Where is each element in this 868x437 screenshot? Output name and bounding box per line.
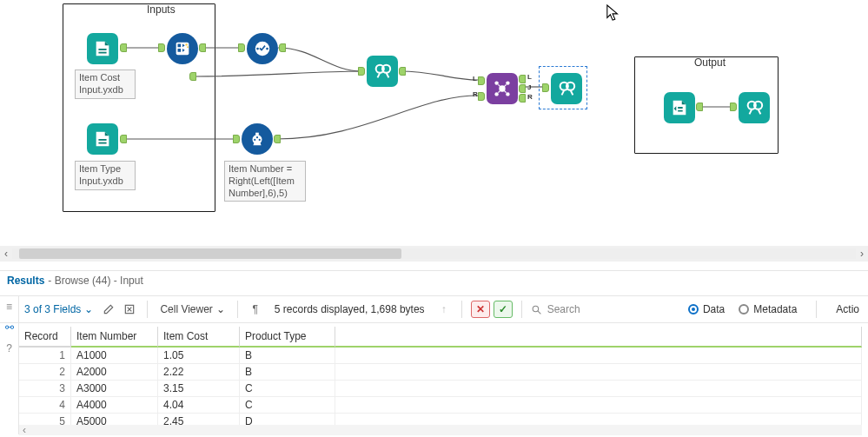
separator — [521, 301, 522, 318]
separator — [816, 301, 817, 318]
edit-icon[interactable] — [100, 301, 117, 318]
scroll-thumb[interactable] — [19, 248, 401, 259]
col-product-type[interactable]: Product Type — [240, 327, 335, 348]
actions-menu[interactable]: Actio — [836, 303, 859, 315]
anchor-in-r[interactable] — [478, 92, 485, 101]
input-data-tool-1[interactable] — [87, 33, 118, 64]
cell-spacer — [335, 381, 862, 397]
cell-item-cost: 4.04 — [158, 397, 240, 414]
anchor-out[interactable] — [120, 43, 127, 52]
results-grid[interactable]: Record Item Number Item Cost Product Typ… — [19, 327, 862, 430]
input-data-tool-2[interactable] — [87, 123, 118, 155]
view-metadata-radio[interactable]: Metadata — [739, 303, 797, 315]
grid-h-scrollbar[interactable]: ‹ — [19, 425, 862, 435]
svg-line-26 — [504, 90, 507, 93]
canvas-h-scrollbar[interactable]: ‹ › — [0, 246, 868, 262]
scroll-track[interactable] — [12, 248, 856, 259]
anchor-out[interactable] — [279, 43, 286, 52]
svg-rect-0 — [98, 49, 106, 50]
cell-viewer-label: Cell Viewer — [160, 303, 212, 315]
search-input[interactable]: Search — [531, 303, 670, 315]
svg-line-34 — [759, 109, 761, 114]
anchor-in[interactable] — [233, 135, 240, 143]
col-record[interactable]: Record — [19, 327, 71, 348]
table-row[interactable]: 2A20002.22B — [19, 364, 862, 381]
anchor-out[interactable] — [696, 103, 703, 111]
svg-line-24 — [504, 84, 507, 87]
cell-item-number: A1000 — [71, 348, 158, 364]
cell-record: 4 — [19, 397, 71, 414]
status-text: 5 records displayed, 1,698 bytes — [268, 303, 432, 315]
formula-tool[interactable] — [242, 123, 273, 155]
svg-point-15 — [254, 139, 255, 141]
table-row[interactable]: 4A40004.04C — [19, 397, 862, 414]
browse-icon — [373, 62, 392, 81]
browse-tool-1[interactable] — [367, 56, 398, 87]
cell-spacer — [335, 397, 862, 414]
output-data-tool[interactable] — [664, 92, 695, 123]
col-item-cost[interactable]: Item Cost — [158, 327, 240, 348]
svg-point-20 — [506, 81, 509, 84]
svg-point-16 — [259, 139, 261, 141]
anchor-in[interactable] — [158, 43, 165, 52]
anchor-out[interactable] — [399, 67, 406, 76]
anchor-in[interactable] — [730, 103, 737, 111]
reject-button[interactable]: ✕ — [471, 301, 490, 318]
anchor-out[interactable] — [120, 135, 127, 143]
select-tool[interactable] — [247, 33, 278, 64]
cell-item-cost: 1.05 — [158, 348, 240, 364]
anchor-in[interactable] — [542, 83, 549, 92]
goto-first-icon[interactable]: ↑ — [435, 301, 453, 318]
compare-icon[interactable]: ⚯ — [5, 321, 14, 334]
anchor-in-l[interactable] — [478, 76, 485, 85]
view-data-radio[interactable]: Data — [688, 303, 725, 315]
input-icon — [93, 39, 112, 58]
formula-label: Item Number = Right(Left([Item Number],6… — [224, 161, 306, 202]
cell-product-type: B — [240, 348, 335, 364]
search-icon — [531, 304, 542, 315]
scroll-left-icon[interactable]: ‹ — [19, 424, 30, 436]
join-tool[interactable] — [487, 73, 518, 104]
accept-button[interactable]: ✓ — [494, 301, 513, 318]
svg-line-11 — [387, 73, 389, 78]
help-icon[interactable]: ? — [6, 342, 12, 354]
col-item-number[interactable]: Item Number — [71, 327, 158, 348]
cell-viewer-dropdown[interactable]: Cell Viewer ⌄ — [156, 301, 228, 317]
cell-product-type: C — [240, 381, 335, 397]
table-row[interactable]: 3A30003.15C — [19, 381, 862, 397]
metadata-label: Metadata — [753, 303, 797, 315]
scroll-right-icon[interactable]: › — [856, 248, 868, 260]
input2-label: Item Type Input.yxdb — [75, 161, 136, 190]
data-label: Data — [703, 303, 725, 315]
join-anchor-r: R — [473, 90, 478, 98]
separator — [147, 301, 148, 318]
cell-item-cost: 3.15 — [158, 381, 240, 397]
paragraph-icon[interactable]: ¶ — [247, 301, 264, 318]
anchor-out[interactable] — [199, 43, 206, 52]
anchor-in[interactable] — [238, 43, 245, 52]
join-icon — [493, 79, 512, 98]
browse-tool-selected[interactable] — [551, 73, 582, 104]
join-anchor-out-r: R — [527, 93, 533, 101]
scroll-left-icon[interactable]: ‹ — [0, 248, 12, 260]
clear-icon[interactable] — [121, 301, 138, 318]
input1-label: Item Cost Input.yxdb — [75, 70, 136, 99]
workflow-canvas[interactable]: Inputs Output Item Cost Input.yxdb — [0, 0, 868, 243]
output-icon — [670, 98, 689, 117]
join-anchor-out-j: J — [527, 83, 531, 91]
container-anchor-out[interactable] — [189, 72, 196, 81]
autofield-tool[interactable] — [167, 33, 198, 64]
anchor-out-r[interactable] — [519, 94, 526, 103]
table-row[interactable]: 1A10001.05B — [19, 348, 862, 364]
chevron-down-icon: ⌄ — [216, 303, 225, 315]
col-spacer — [335, 327, 862, 348]
fields-dropdown[interactable]: 3 of 3 Fields ⌄ — [21, 301, 96, 317]
anchor-out-l[interactable] — [519, 75, 526, 83]
cell-item-cost: 2.22 — [158, 364, 240, 381]
browse-tool-output[interactable] — [739, 92, 770, 123]
anchor-out[interactable] — [274, 135, 281, 143]
svg-point-21 — [494, 92, 498, 96]
anchor-in[interactable] — [358, 67, 365, 76]
anchor-out-j[interactable] — [519, 84, 526, 93]
browse-icon — [557, 79, 576, 98]
